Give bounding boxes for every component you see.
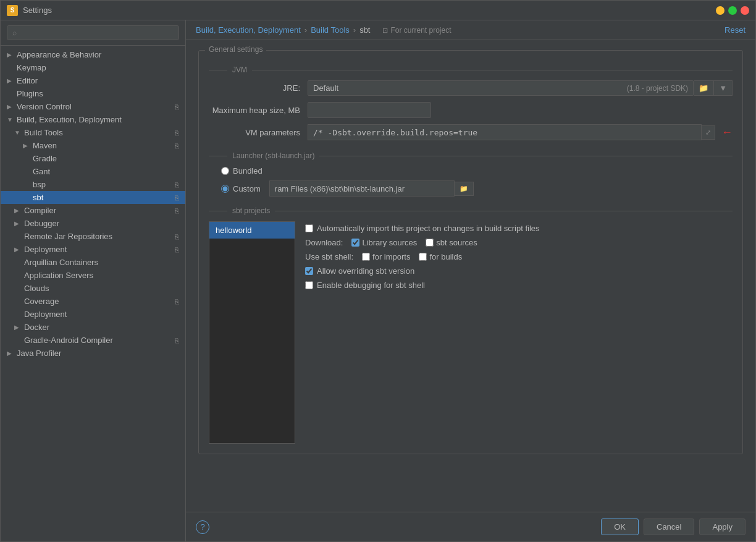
- sbt-sources-checkbox[interactable]: [426, 239, 434, 247]
- sidebar-item-maven[interactable]: ▶ Maven ⎘: [1, 139, 185, 152]
- titlebar: S Settings: [1, 1, 755, 20]
- for-builds-checkbox[interactable]: [419, 253, 427, 261]
- ok-button[interactable]: OK: [601, 519, 639, 535]
- library-sources-checkbox[interactable]: [351, 239, 359, 247]
- sidebar-label: Clouds: [24, 284, 49, 293]
- custom-path-input[interactable]: [269, 180, 455, 197]
- cancel-button[interactable]: Cancel: [644, 519, 694, 535]
- heap-label: Maximum heap size, MB: [209, 106, 308, 115]
- arrow-icon: ▶: [14, 220, 22, 227]
- copy-icon: ⎘: [175, 194, 179, 201]
- for-builds-label[interactable]: for builds: [429, 252, 462, 261]
- copy-icon: ⎘: [175, 233, 179, 240]
- apply-button[interactable]: Apply: [699, 519, 746, 535]
- jvm-subsection-label: JVM: [209, 61, 733, 74]
- arrow-icon: ▶: [7, 51, 14, 58]
- sidebar-item-java-profiler[interactable]: ▶ Java Profiler: [1, 347, 185, 360]
- reset-button[interactable]: Reset: [724, 25, 746, 35]
- arrow-icon: ▶: [14, 246, 22, 253]
- sidebar-item-debugger[interactable]: ▶ Debugger: [1, 217, 185, 230]
- allow-override-label[interactable]: Allow overriding sbt version: [317, 266, 414, 276]
- sidebar-label: Editor: [17, 76, 38, 85]
- list-item[interactable]: helloworld: [209, 222, 295, 239]
- help-button[interactable]: ?: [196, 520, 209, 534]
- auto-import-label[interactable]: Automatically import this project on cha…: [317, 224, 540, 233]
- sidebar-item-arquillian[interactable]: Arquillian Containers: [1, 256, 185, 269]
- vm-params-input[interactable]: [308, 124, 702, 140]
- sidebar-tree: ▶ Appearance & Behavior Keymap ▶ Editor …: [1, 46, 185, 541]
- heap-input[interactable]: [308, 102, 431, 118]
- jre-hint: (1.8 - project SDK): [627, 84, 688, 93]
- breadcrumb-build-tools[interactable]: Build Tools: [311, 25, 350, 35]
- copy-icon: ⎘: [175, 337, 179, 344]
- download-row: Download: Library sources sbt sources: [305, 238, 733, 247]
- sidebar-item-editor[interactable]: ▶ Editor: [1, 74, 185, 87]
- copy-icon: ⎘: [175, 142, 179, 150]
- vm-expand-btn[interactable]: ⤢: [702, 125, 715, 140]
- sidebar-item-remote-jar[interactable]: Remote Jar Repositories ⎘: [1, 230, 185, 243]
- copy-icon: ⎘: [175, 207, 179, 214]
- enable-debug-checkbox[interactable]: [305, 281, 313, 289]
- sidebar-item-gradle-android[interactable]: Gradle-Android Compiler ⎘: [1, 334, 185, 347]
- auto-import-checkbox[interactable]: [305, 224, 313, 232]
- sidebar-label: Gradle-Android Compiler: [24, 336, 113, 345]
- for-imports-label[interactable]: for imports: [372, 252, 410, 261]
- general-settings-section: General settings JVM JRE: Default (1.8 -…: [198, 50, 743, 454]
- arrow-icon: ▶: [23, 142, 30, 149]
- allow-override-checkbox[interactable]: [305, 267, 313, 275]
- sidebar-item-coverage[interactable]: Coverage ⎘: [1, 295, 185, 308]
- search-box: [1, 20, 185, 46]
- custom-label[interactable]: Custom: [233, 184, 261, 193]
- browse-button[interactable]: 📁: [455, 182, 474, 196]
- bundled-radio[interactable]: [221, 167, 229, 175]
- sidebar-item-gradle[interactable]: Gradle: [1, 152, 185, 165]
- settings-panel: Build, Execution, Deployment › Build Too…: [186, 20, 755, 541]
- arrow-icon: ▶: [7, 77, 14, 84]
- sidebar-label: Application Servers: [24, 271, 93, 280]
- sidebar-item-clouds[interactable]: Clouds: [1, 282, 185, 295]
- custom-radio[interactable]: [221, 185, 229, 193]
- main-content: ▶ Appearance & Behavior Keymap ▶ Editor …: [1, 20, 755, 541]
- library-sources-label[interactable]: Library sources: [362, 238, 417, 247]
- sidebar-label: Keymap: [17, 63, 46, 72]
- sidebar-item-compiler[interactable]: ▶ Compiler ⎘: [1, 204, 185, 217]
- sidebar-label: Remote Jar Repositories: [24, 232, 112, 241]
- sidebar-item-build-tools[interactable]: ▼ Build Tools ⎘: [1, 126, 185, 139]
- sidebar-item-deployment[interactable]: ▶ Deployment ⎘: [1, 243, 185, 256]
- jre-select[interactable]: Default (1.8 - project SDK): [308, 80, 694, 96]
- settings-content: General settings JVM JRE: Default (1.8 -…: [186, 40, 755, 512]
- sidebar-item-keymap[interactable]: Keymap: [1, 61, 185, 74]
- section-inner-general: JVM JRE: Default (1.8 - project SDK) 📁 ▼: [199, 51, 742, 454]
- bottom-buttons: OK Cancel Apply: [601, 519, 746, 535]
- custom-radio-row: Custom 📁: [209, 180, 733, 197]
- sbt-sources-wrap: sbt sources: [426, 238, 477, 247]
- minimize-button[interactable]: [716, 6, 724, 15]
- sidebar-item-docker[interactable]: ▶ Docker: [1, 321, 185, 334]
- sidebar-item-app-servers[interactable]: Application Servers: [1, 269, 185, 282]
- sidebar-item-bsp[interactable]: bsp ⎘: [1, 178, 185, 191]
- maximize-button[interactable]: [728, 6, 737, 15]
- bundled-label[interactable]: Bundled: [233, 166, 262, 176]
- sidebar-item-plugins[interactable]: Plugins: [1, 87, 185, 100]
- jre-dropdown-btn[interactable]: ▼: [714, 80, 733, 96]
- sidebar-label: Coverage: [24, 297, 59, 306]
- close-button[interactable]: [741, 6, 749, 15]
- sbt-sources-label[interactable]: sbt sources: [436, 238, 477, 247]
- arrow-icon: ▶: [14, 207, 22, 214]
- bundled-radio-row: Bundled: [209, 166, 733, 176]
- jre-folder-btn[interactable]: 📁: [694, 80, 714, 96]
- search-input[interactable]: [7, 25, 179, 40]
- sidebar-item-sbt[interactable]: sbt ⎘: [1, 191, 185, 204]
- sidebar-item-build-exec[interactable]: ▼ Build, Execution, Deployment: [1, 113, 185, 126]
- breadcrumb-bar: Build, Execution, Deployment › Build Too…: [186, 20, 755, 40]
- breadcrumb-build-exec[interactable]: Build, Execution, Deployment: [196, 25, 301, 35]
- settings-window: S Settings ▶ Appearance & Behavior Keyma…: [0, 0, 756, 542]
- jre-row: JRE: Default (1.8 - project SDK) 📁 ▼: [209, 80, 733, 96]
- sidebar-label: Maven: [33, 141, 57, 150]
- sidebar-item-deployment2[interactable]: Deployment: [1, 308, 185, 321]
- sidebar-item-version-control[interactable]: ▶ Version Control ⎘: [1, 100, 185, 113]
- for-imports-checkbox[interactable]: [362, 253, 370, 261]
- sidebar-item-gant[interactable]: Gant: [1, 165, 185, 178]
- sidebar-item-appearance[interactable]: ▶ Appearance & Behavior: [1, 48, 185, 61]
- enable-debug-label[interactable]: Enable debugging for sbt shell: [317, 281, 425, 290]
